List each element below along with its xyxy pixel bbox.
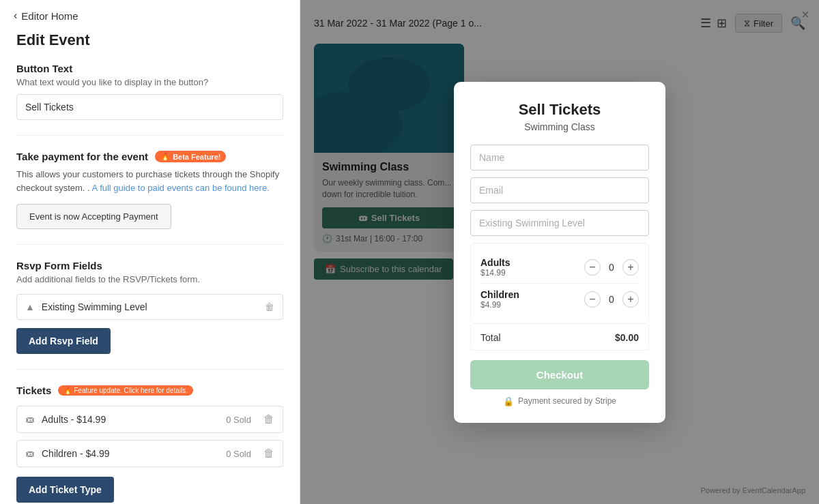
- increment-children-button[interactable]: +: [622, 291, 639, 308]
- ticket-type-info-children: Children $4.99: [480, 289, 519, 310]
- ticket-row-children: 🎟 Children - $4.99 0 Sold 🗑: [16, 440, 283, 467]
- modal-swimming-level-input[interactable]: [470, 210, 649, 236]
- ticket-sold-adults: 0 Sold: [226, 415, 251, 425]
- editor-home-label: Editor Home: [21, 10, 78, 22]
- qty-controls-adults: − 0 +: [584, 259, 639, 276]
- modal-overlay: Sell Tickets Swimming Class Adults $14.9…: [300, 0, 819, 504]
- beta-icon: 🔥: [160, 152, 170, 161]
- payment-desc: This allows your customers to purchase t…: [16, 168, 283, 194]
- stripe-note: 🔒 Payment secured by Stripe: [470, 396, 649, 406]
- button-text-label: Button Text: [16, 63, 283, 74]
- chevron-left-icon: ‹: [14, 10, 17, 22]
- payment-guide-link[interactable]: A full guide to paid events can be found…: [92, 183, 270, 193]
- left-content: Edit Event Button Text What text would y…: [0, 31, 300, 504]
- ticket-label-adults: Adults - $14.99: [42, 414, 219, 425]
- tickets-section: Tickets 🔥 Feature update. Click here for…: [16, 385, 283, 503]
- total-label: Total: [480, 332, 501, 343]
- total-amount: $0.00: [615, 332, 639, 343]
- ticket-type-price-adults: $14.99: [480, 268, 511, 278]
- field-type-icon: ▲: [25, 301, 35, 312]
- stripe-note-text: Payment secured by Stripe: [518, 396, 616, 406]
- ticket-label-children: Children - $4.99: [42, 448, 219, 459]
- ticket-type-name-adults: Adults: [480, 257, 511, 268]
- right-panel: × 31 Mar 2022 - 31 Mar 2022 (Page 1 o...…: [300, 0, 819, 504]
- beta-badge: 🔥 Beta Feature!: [155, 151, 226, 162]
- rsvp-field-item: ▲ Existing Swimming Level 🗑: [16, 294, 283, 320]
- button-text-desc: What text would you like to display in t…: [16, 77, 283, 87]
- beta-label: Beta Feature!: [173, 153, 220, 161]
- ticket-type-row-children: Children $4.99 − 0 +: [480, 284, 639, 315]
- feature-label: Feature update. Click here for details.: [74, 387, 188, 394]
- decrement-children-button[interactable]: −: [584, 291, 601, 308]
- tickets-title: Tickets: [16, 385, 51, 396]
- ticket-type-name-children: Children: [480, 289, 519, 300]
- modal-subtitle: Swimming Class: [470, 121, 649, 132]
- payment-section: Take payment for the event 🔥 Beta Featur…: [16, 151, 283, 229]
- rsvp-desc: Add additional fields to the RSVP/Ticket…: [16, 274, 283, 284]
- feature-update-badge[interactable]: 🔥 Feature update. Click here for details…: [58, 385, 193, 396]
- ticket-delete-adults[interactable]: 🗑: [263, 413, 274, 426]
- sell-tickets-modal: Sell Tickets Swimming Class Adults $14.9…: [454, 82, 665, 423]
- editor-home-nav[interactable]: ‹ Editor Home: [0, 0, 300, 31]
- field-delete-icon[interactable]: 🗑: [265, 301, 274, 312]
- rsvp-section: Rsvp Form Fields Add additional fields t…: [16, 260, 283, 354]
- qty-value-children: 0: [607, 294, 616, 305]
- modal-name-input[interactable]: [470, 145, 649, 171]
- ticket-delete-children[interactable]: 🗑: [263, 447, 274, 460]
- divider-2: [16, 244, 283, 245]
- ticket-qty-section: Adults $14.99 − 0 + Children $4.99: [470, 243, 649, 324]
- increment-adults-button[interactable]: +: [622, 259, 639, 276]
- divider-3: [16, 369, 283, 370]
- lock-icon: 🔒: [503, 396, 514, 406]
- qty-value-adults: 0: [607, 262, 616, 273]
- page-title: Edit Event: [16, 31, 283, 49]
- add-ticket-type-button[interactable]: Add Ticket Type: [16, 477, 114, 503]
- rsvp-title: Rsvp Form Fields: [16, 260, 283, 271]
- total-row: Total $0.00: [470, 325, 649, 351]
- ticket-sold-children: 0 Sold: [226, 449, 251, 459]
- ticket-icon-adults: 🎟: [25, 414, 35, 425]
- ticket-type-row-adults: Adults $14.99 − 0 +: [480, 252, 639, 284]
- ticket-row-adults: 🎟 Adults - $14.99 0 Sold 🗑: [16, 406, 283, 433]
- qty-controls-children: − 0 +: [584, 291, 639, 308]
- close-button[interactable]: ×: [801, 7, 809, 23]
- modal-email-input[interactable]: [470, 177, 649, 203]
- accepting-payment-button[interactable]: Event is now Accepting Payment: [16, 204, 171, 229]
- field-label: Existing Swimming Level: [42, 301, 258, 312]
- tickets-header: Tickets 🔥 Feature update. Click here for…: [16, 385, 283, 396]
- add-rsvp-field-button[interactable]: Add Rsvp Field: [16, 328, 111, 354]
- divider-1: [16, 135, 283, 136]
- ticket-icon-children: 🎟: [25, 448, 35, 459]
- payment-title: Take payment for the event: [16, 151, 148, 162]
- feature-icon: 🔥: [63, 387, 72, 394]
- payment-header: Take payment for the event 🔥 Beta Featur…: [16, 151, 283, 162]
- left-panel: ‹ Editor Home Edit Event Button Text Wha…: [0, 0, 300, 504]
- ticket-type-info-adults: Adults $14.99: [480, 257, 511, 278]
- checkout-button[interactable]: Checkout: [470, 360, 649, 389]
- ticket-type-price-children: $4.99: [480, 300, 519, 310]
- button-text-input[interactable]: [16, 94, 283, 120]
- decrement-adults-button[interactable]: −: [584, 259, 601, 276]
- modal-title: Sell Tickets: [470, 101, 649, 119]
